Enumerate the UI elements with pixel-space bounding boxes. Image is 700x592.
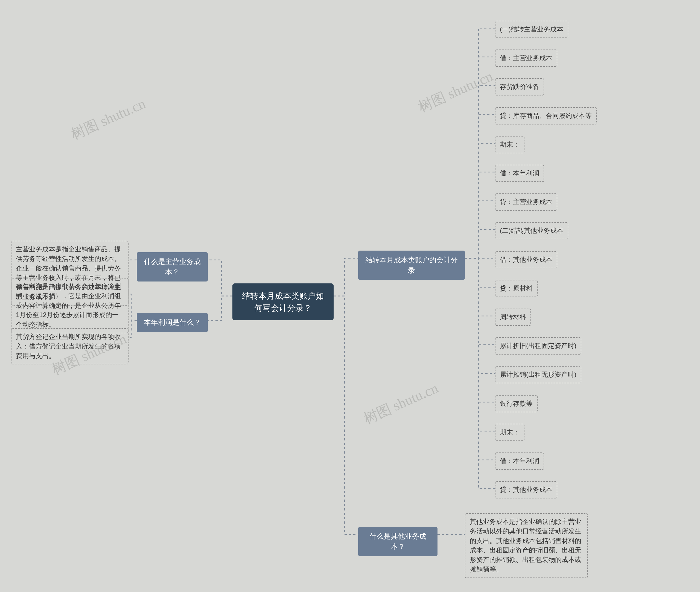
leaf-rt-5-text: 借：本年利润 (500, 169, 539, 177)
leaf-rt-4: 期末： (495, 136, 525, 153)
leaf-rt-16: 贷：其他业务成本 (495, 481, 557, 498)
branch-left-bottom-label: 本年利润是什么？ (144, 318, 201, 326)
branch-right-top[interactable]: 结转本月成本类账户的会计分录 (358, 251, 465, 280)
watermark-1: 树图 shutu.cn (68, 94, 149, 144)
leaf-rt-9: 贷：原材料 (495, 280, 538, 297)
leaf-rt-9-text: 贷：原材料 (500, 285, 533, 292)
leaf-rt-12: 累计摊销(出租无形资产时) (495, 366, 581, 383)
watermark-2-en: shutu.cn (445, 68, 495, 102)
leaf-rt-10: 周转材料 (495, 308, 531, 326)
leaf-left-bottom-desc1: 本年利润是指企业某个会计年度净利润（或净亏损），它是由企业利润组成内容计算确定的… (11, 278, 128, 333)
leaf-rt-4-text: 期末： (500, 141, 520, 148)
leaf-left-bottom-text1: 本年利润是指企业某个会计年度净利润（或净亏损），它是由企业利润组成内容计算确定的… (16, 283, 121, 328)
leaf-rt-16-text: 贷：其他业务成本 (500, 486, 552, 493)
branch-left-top-label: 什么是主营业务成本？ (144, 257, 201, 276)
leaf-rt-12-text: 累计摊销(出租无形资产时) (500, 371, 577, 378)
watermark-1-en: shutu.cn (98, 95, 148, 129)
branch-left-top[interactable]: 什么是主营业务成本？ (137, 252, 208, 282)
watermark-4-cn: 树图 (361, 401, 393, 427)
leaf-left-bottom-desc2: 其贷方登记企业当期所实现的各项收入；借方登记企业当期所发生的各项费用与支出。 (11, 328, 128, 364)
root-node[interactable]: 结转本月成本类账户如何写会计分录？ (232, 284, 334, 320)
watermark-4: 树图 shutu.cn (360, 379, 441, 429)
leaf-right-bottom-desc: 其他业务成本是指企业确认的除主营业务活动以外的其他日常经营活动所发生的支出。其他… (465, 513, 588, 578)
root-label: 结转本月成本类账户如何写会计分录？ (242, 291, 324, 312)
leaf-rt-3-text: 贷：库存商品、合同履约成本等 (500, 112, 592, 119)
watermark-4-en: shutu.cn (390, 380, 440, 414)
branch-left-bottom[interactable]: 本年利润是什么？ (137, 313, 208, 332)
leaf-left-bottom-text2: 其贷方登记企业当期所实现的各项收入；借方登记企业当期所发生的各项费用与支出。 (16, 333, 121, 359)
leaf-rt-8-text: 借：其他业务成本 (500, 256, 552, 263)
branch-right-top-label: 结转本月成本类账户的会计分录 (365, 256, 458, 275)
leaf-right-bottom-text: 其他业务成本是指企业确认的除主营业务活动以外的其他日常经营活动所发生的支出。其他… (470, 518, 581, 573)
leaf-rt-7-text: (二)结转其他业务成本 (500, 227, 563, 234)
leaf-rt-6: 贷：主营业务成本 (495, 193, 557, 211)
leaf-rt-11: 累计折旧(出租固定资产时) (495, 337, 581, 354)
leaf-rt-14-text: 期末： (500, 429, 520, 436)
mindmap-canvas: 结转本月成本类账户如何写会计分录？ 什么是主营业务成本？ 主营业务成本是指企业销… (0, 0, 700, 592)
leaf-rt-2-text: 存货跌价准备 (500, 83, 539, 90)
leaf-rt-7: (二)结转其他业务成本 (495, 222, 568, 239)
leaf-rt-5: 借：本年利润 (495, 165, 544, 182)
leaf-rt-11-text: 累计折旧(出租固定资产时) (500, 342, 577, 349)
leaf-rt-0-text: (一)结转主营业务成本 (500, 26, 563, 33)
leaf-rt-13-text: 银行存款等 (500, 400, 533, 407)
leaf-rt-0: (一)结转主营业务成本 (495, 21, 568, 38)
leaf-rt-8: 借：其他业务成本 (495, 251, 557, 268)
branch-right-bottom[interactable]: 什么是其他业务成本？ (358, 527, 437, 556)
leaf-rt-6-text: 贷：主营业务成本 (500, 198, 552, 205)
leaf-rt-2: 存货跌价准备 (495, 78, 544, 95)
leaf-rt-13: 银行存款等 (495, 395, 538, 412)
watermark-2: 树图 shutu.cn (415, 67, 496, 117)
leaf-rt-14: 期末： (495, 424, 525, 441)
leaf-rt-1: 借：主营业务成本 (495, 50, 557, 67)
watermark-2-cn: 树图 (416, 89, 448, 115)
leaf-rt-15-text: 借：本年利润 (500, 457, 539, 464)
leaf-rt-3: 贷：库存商品、合同履约成本等 (495, 107, 597, 125)
leaf-rt-1-text: 借：主营业务成本 (500, 54, 552, 61)
watermark-1-cn: 树图 (69, 116, 101, 142)
branch-right-bottom-label: 什么是其他业务成本？ (369, 532, 426, 551)
leaf-rt-15: 借：本年利润 (495, 452, 544, 470)
leaf-rt-10-text: 周转材料 (500, 313, 526, 320)
